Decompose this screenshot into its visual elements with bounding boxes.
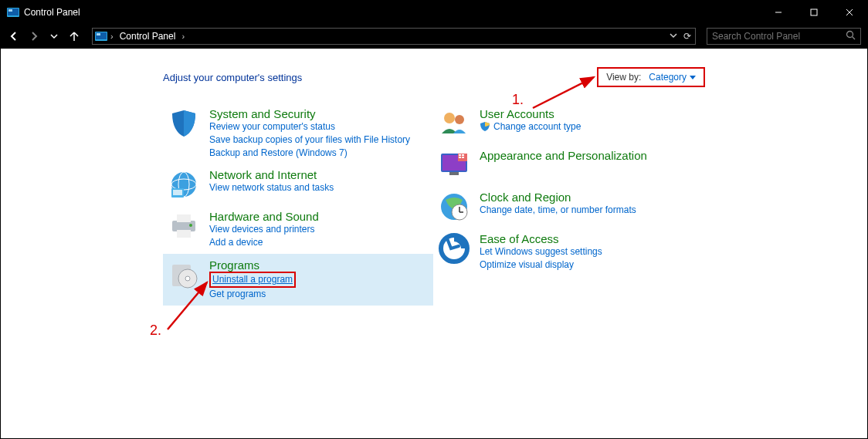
uninstall-program-link[interactable]: Uninstall a program: [209, 272, 296, 288]
svg-point-25: [455, 115, 464, 124]
svg-rect-32: [462, 157, 464, 158]
svg-rect-9: [97, 33, 100, 35]
forward-button[interactable]: [27, 29, 41, 43]
breadcrumb-separator[interactable]: ›: [181, 32, 185, 41]
shield-icon: [168, 107, 200, 140]
svg-point-24: [444, 113, 455, 123]
category-link[interactable]: Optimize visual display: [480, 258, 602, 272]
category-link[interactable]: Add a device: [209, 236, 319, 249]
maximize-button[interactable]: [796, 1, 832, 24]
view-by-selector[interactable]: View by: Category: [597, 67, 705, 87]
svg-rect-18: [177, 214, 191, 222]
disc-box-icon: [168, 258, 200, 291]
content-area: Adjust your computer's settings View by:…: [1, 49, 867, 438]
recent-locations-button[interactable]: [47, 29, 61, 43]
refresh-button[interactable]: ⟳: [683, 31, 693, 42]
svg-rect-30: [462, 154, 464, 156]
clock-globe-icon: [438, 191, 470, 223]
category-title[interactable]: Hardware and Sound: [209, 210, 319, 223]
search-icon: [846, 30, 856, 42]
view-by-label: View by:: [606, 72, 641, 83]
category-title[interactable]: Network and Internet: [209, 168, 334, 181]
back-button[interactable]: [7, 29, 21, 43]
category-link[interactable]: Save backup copies of your files with Fi…: [209, 133, 410, 147]
category-title[interactable]: Appearance and Personalization: [480, 149, 647, 162]
svg-rect-4: [811, 9, 817, 15]
category-link[interactable]: View network status and tasks: [209, 181, 334, 194]
category-link[interactable]: Review your computer's status: [209, 120, 410, 133]
svg-point-23: [185, 276, 190, 281]
control-panel-icon: [95, 30, 107, 42]
breadcrumb[interactable]: Control Panel: [117, 31, 179, 42]
category-link[interactable]: View devices and printers: [209, 223, 319, 236]
search-input[interactable]: [712, 31, 846, 42]
category-title[interactable]: System and Security: [209, 107, 410, 120]
category-hardware: Hardware and Sound View devices and prin…: [163, 205, 433, 254]
category-network: Network and Internet View network status…: [163, 164, 433, 205]
category-title[interactable]: Clock and Region: [480, 191, 636, 204]
svg-rect-16: [173, 190, 182, 195]
annotation-label-2: 2.: [150, 322, 161, 339]
category-link[interactable]: Change account type: [493, 120, 581, 133]
close-button[interactable]: [832, 1, 867, 24]
svg-line-11: [853, 37, 856, 40]
category-title[interactable]: Ease of Access: [480, 232, 602, 245]
printer-icon: [168, 210, 200, 242]
ease-of-access-icon: [438, 232, 470, 265]
category-user-accounts: User Accounts Change account type: [433, 103, 688, 144]
category-link[interactable]: Let Windows suggest settings: [480, 245, 602, 258]
svg-point-20: [189, 224, 192, 227]
breadcrumb-separator[interactable]: ›: [110, 32, 114, 41]
svg-rect-19: [177, 230, 191, 238]
category-clock-region: Clock and Region Change date, time, or n…: [433, 186, 688, 228]
category-system-security: System and Security Review your computer…: [163, 103, 433, 164]
address-bar[interactable]: › Control Panel › ⟳: [92, 28, 696, 45]
window-title: Control Panel: [24, 7, 80, 18]
category-ease-of-access: Ease of Access Let Windows suggest setti…: [433, 228, 688, 276]
category-title[interactable]: User Accounts: [480, 107, 581, 120]
category-title[interactable]: Programs: [209, 258, 296, 272]
view-by-value[interactable]: Category: [649, 72, 696, 83]
search-box[interactable]: [707, 28, 861, 45]
people-icon: [438, 107, 470, 140]
page-heading: Adjust your computer's settings: [163, 72, 302, 83]
svg-rect-33: [449, 172, 459, 175]
control-panel-icon: [7, 6, 19, 19]
svg-point-10: [847, 32, 853, 38]
svg-rect-29: [459, 154, 461, 156]
uac-shield-icon: [480, 121, 490, 132]
minimize-button[interactable]: [761, 1, 796, 24]
nav-bar: › Control Panel › ⟳: [1, 24, 867, 49]
svg-rect-2: [8, 9, 12, 12]
category-link[interactable]: Backup and Restore (Windows 7): [209, 147, 410, 160]
category-link[interactable]: Get programs: [209, 288, 296, 301]
address-dropdown-icon[interactable]: [670, 31, 677, 42]
up-button[interactable]: [67, 29, 81, 43]
chevron-down-icon: [690, 76, 696, 79]
monitor-icon: [438, 149, 470, 181]
globe-icon: [168, 168, 200, 201]
svg-rect-31: [459, 157, 461, 158]
title-bar: Control Panel: [1, 1, 867, 24]
category-programs: Programs Uninstall a program Get program…: [163, 254, 433, 306]
category-link[interactable]: Change date, time, or number formats: [480, 204, 636, 217]
category-appearance: Appearance and Personalization: [433, 144, 688, 186]
